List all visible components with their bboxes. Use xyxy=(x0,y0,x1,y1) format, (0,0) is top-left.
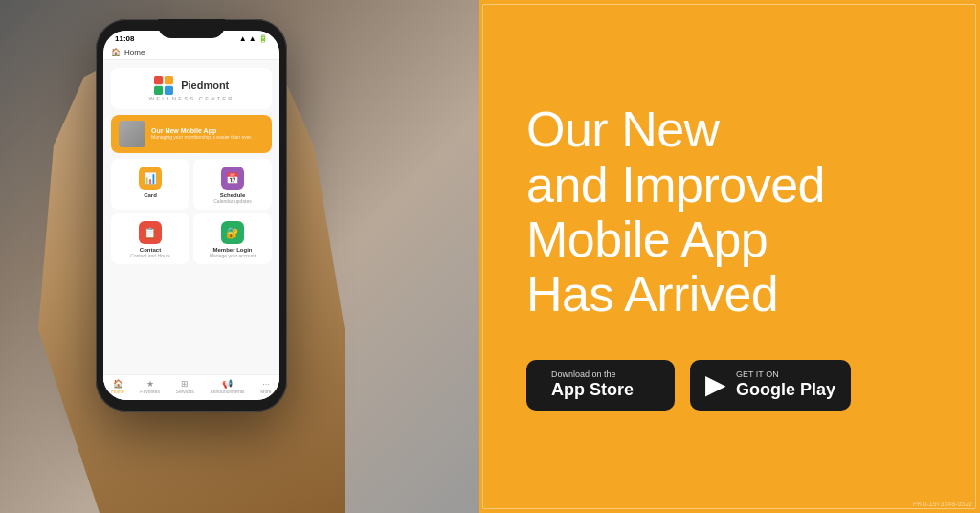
card-icon-box: 📊 xyxy=(139,167,162,190)
home-icon: 🏠 xyxy=(111,48,121,56)
bottom-nav-home[interactable]: 🏠 Home xyxy=(111,379,123,394)
bottom-nav: 🏠 Home ★ Favorites ⊞ Services 📢 Announce… xyxy=(103,374,279,400)
svg-rect-1 xyxy=(165,76,173,84)
phone-mockup: 11:08 ▲ ▲ 🔋 🏠 Home xyxy=(96,19,287,421)
piedmont-logo-icon xyxy=(154,76,173,95)
favorites-nav-label: Favorites xyxy=(140,389,160,394)
right-panel: Our New and Improved Mobile App Has Arri… xyxy=(479,0,980,513)
app-store-large-text: App Store xyxy=(551,380,634,401)
phone-content: Piedmont WELLNESS CENTER Our New Mobile … xyxy=(103,60,279,382)
menu-contact[interactable]: 📋 Contact Contact and Hours xyxy=(111,213,189,264)
app-store-text: Download on the App Store xyxy=(551,369,634,400)
status-icons: ▲ ▲ 🔋 xyxy=(239,34,268,43)
app-store-button[interactable]: Download on the App Store xyxy=(526,360,675,410)
left-panel: 11:08 ▲ ▲ 🔋 🏠 Home xyxy=(0,0,479,513)
schedule-icon-box: 📅 xyxy=(221,167,244,190)
promo-desc: Managing your membership is easier than … xyxy=(151,134,252,141)
promo-card: Our New Mobile App Managing your members… xyxy=(111,115,272,153)
promo-image xyxy=(119,121,145,147)
announcements-nav-label: Announcements xyxy=(210,389,244,394)
svg-rect-0 xyxy=(154,76,163,84)
svg-rect-3 xyxy=(165,86,173,95)
nav-label: Home xyxy=(124,48,145,56)
app-logo-area: Piedmont WELLNESS CENTER xyxy=(111,68,272,109)
google-play-button[interactable]: ▶ GET IT ON Google Play xyxy=(690,360,851,410)
more-nav-label: More xyxy=(260,389,271,394)
menu-card[interactable]: 📊 Card xyxy=(111,159,189,210)
card-label: Card xyxy=(117,192,184,198)
promo-text: Our New Mobile App Managing your members… xyxy=(151,127,252,141)
bottom-nav-favorites[interactable]: ★ Favorites xyxy=(140,379,160,394)
login-sublabel: Manage your account xyxy=(199,253,266,258)
contact-sublabel: Contact and Hours xyxy=(117,253,184,258)
logo-name: Piedmont xyxy=(181,79,229,91)
bottom-nav-services[interactable]: ⊞ Services xyxy=(176,379,194,394)
home-nav-label: Home xyxy=(111,389,123,394)
svg-rect-2 xyxy=(154,86,163,95)
phone-outer: 11:08 ▲ ▲ 🔋 🏠 Home xyxy=(96,19,287,412)
store-buttons-container: Download on the App Store ▶ GET IT ON Go… xyxy=(526,360,932,410)
logo-subtitle: WELLNESS CENTER xyxy=(119,96,264,101)
favorites-icon: ★ xyxy=(140,379,160,389)
more-icon: ··· xyxy=(260,379,271,389)
services-icon: ⊞ xyxy=(176,379,194,389)
contact-icon-box: 📋 xyxy=(139,221,162,244)
nav-bar: 🏠 Home xyxy=(103,45,279,60)
google-play-small-text: GET IT ON xyxy=(736,369,835,380)
corner-id-text: PKU-1973548-0522 xyxy=(913,501,972,507)
schedule-sublabel: Calendar updates xyxy=(199,198,266,204)
app-menu-grid: 📊 Card 📅 Schedule Calendar updates 📋 Con… xyxy=(111,159,272,264)
menu-schedule[interactable]: 📅 Schedule Calendar updates xyxy=(193,159,272,210)
google-play-large-text: Google Play xyxy=(736,380,835,401)
status-time: 11:08 xyxy=(115,34,134,43)
app-store-small-text: Download on the xyxy=(551,369,634,380)
login-icon-box: 🔐 xyxy=(221,221,244,244)
phone-notch xyxy=(158,19,225,38)
promo-title: Our New Mobile App xyxy=(151,127,252,134)
google-play-text: GET IT ON Google Play xyxy=(736,369,835,400)
phone-screen: 11:08 ▲ ▲ 🔋 🏠 Home xyxy=(103,31,279,400)
home-bottom-icon: 🏠 xyxy=(111,379,123,389)
main-headline: Our New and Improved Mobile App Has Arri… xyxy=(526,102,932,322)
google-play-icon: ▶ xyxy=(705,371,726,398)
menu-login[interactable]: 🔐 Member Login Manage your account xyxy=(193,213,272,264)
bottom-nav-more[interactable]: ··· More xyxy=(260,379,271,394)
bottom-nav-announcements[interactable]: 📢 Announcements xyxy=(210,379,244,394)
announcements-icon: 📢 xyxy=(210,379,244,389)
services-nav-label: Services xyxy=(176,389,194,394)
